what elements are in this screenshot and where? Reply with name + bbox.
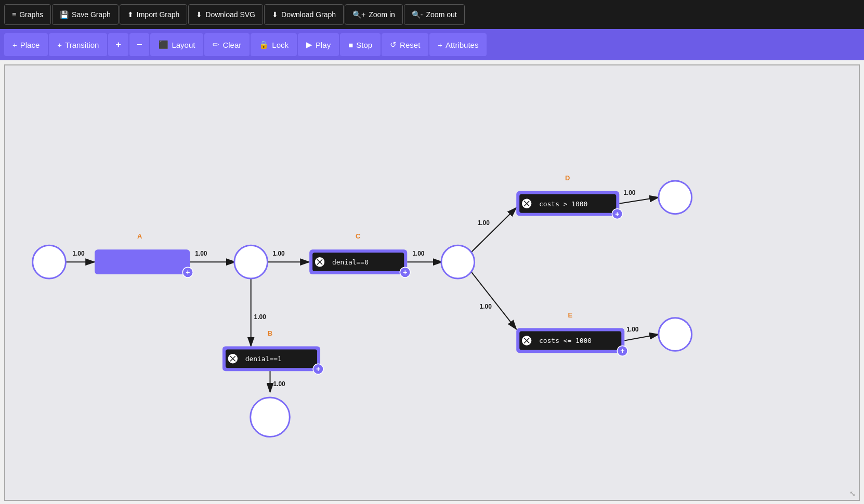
- zoom-out-icon: 🔍-: [412, 10, 423, 19]
- transition-C-label: denial==0: [332, 258, 369, 266]
- edge-label-p1-A: 1.00: [72, 250, 85, 257]
- download-graph-label: Download Graph: [281, 10, 336, 19]
- petri-net-svg: 1.00 1.00 1.00 1.00 1.00 1.00 1.00 1.00 …: [5, 65, 859, 500]
- import-graph-button[interactable]: ⬆ Import Graph: [120, 4, 187, 25]
- transition-D-name: D: [565, 174, 570, 182]
- resize-handle[interactable]: ⤡: [849, 489, 856, 498]
- download-svg-icon: ⬇: [196, 10, 202, 19]
- play-button[interactable]: ▶ Play: [298, 33, 339, 56]
- edge-p3-D: [471, 208, 517, 253]
- layout-label: Layout: [172, 41, 195, 49]
- edge-label-A-p2: 1.00: [195, 250, 207, 257]
- place-p4[interactable]: [659, 181, 692, 214]
- edge-label-B-p6: 1.00: [273, 380, 285, 388]
- save-graph-label: Save Graph: [72, 10, 111, 19]
- edge-label-p3-D: 1.00: [478, 219, 490, 227]
- graphs-icon: ≡: [12, 10, 16, 19]
- layout-button[interactable]: ⬛ Layout: [150, 33, 203, 56]
- reset-label: Reset: [400, 41, 420, 49]
- play-label: Play: [316, 41, 331, 49]
- place-p1[interactable]: [33, 245, 66, 278]
- svg-rect-1: [95, 249, 190, 274]
- transition-B-plus[interactable]: +: [316, 365, 320, 373]
- edge-label-p2-C: 1.00: [272, 250, 285, 257]
- edge-label-C-p3: 1.00: [412, 250, 425, 257]
- attributes-button[interactable]: + Attributes: [429, 33, 487, 56]
- stop-label: Stop: [356, 41, 372, 49]
- place-p6[interactable]: [251, 397, 290, 437]
- add-icon: +: [115, 39, 121, 50]
- edge-label-E-p5: 1.00: [626, 326, 639, 333]
- remove-button[interactable]: −: [129, 33, 150, 56]
- zoom-out-label: Zoom out: [426, 10, 457, 19]
- download-graph-icon: ⬇: [272, 10, 278, 19]
- transition-C-name: C: [356, 232, 360, 240]
- reset-button[interactable]: ↺ Reset: [382, 33, 428, 56]
- attributes-icon: +: [438, 41, 442, 49]
- add-button[interactable]: +: [108, 33, 128, 56]
- remove-icon: −: [137, 39, 142, 50]
- reset-icon: ↺: [390, 40, 397, 49]
- place-icon: +: [12, 41, 17, 49]
- clear-icon: ✏: [213, 40, 219, 49]
- transition-D-plus[interactable]: +: [615, 210, 619, 218]
- second-toolbar: + Place + Transition + − ⬛ Layout ✏ Clea…: [0, 29, 864, 60]
- stop-button[interactable]: ■ Stop: [340, 33, 381, 56]
- place-p5[interactable]: [659, 318, 692, 351]
- place-p3[interactable]: [441, 245, 475, 278]
- zoom-in-button[interactable]: 🔍+ Zoom in: [345, 4, 403, 25]
- transition-label: Transition: [65, 41, 99, 49]
- edge-E-p5: [624, 335, 659, 341]
- transition-icon: +: [57, 41, 62, 49]
- zoom-in-label: Zoom in: [369, 10, 395, 19]
- save-graph-button[interactable]: 💾 Save Graph: [52, 4, 119, 25]
- clear-button[interactable]: ✏ Clear: [204, 33, 250, 56]
- transition-A[interactable]: A +: [95, 232, 193, 277]
- attributes-label: Attributes: [446, 41, 478, 49]
- import-graph-label: Import Graph: [137, 10, 179, 19]
- transition-E[interactable]: costs <= 1000 E +: [516, 311, 627, 356]
- canvas-area[interactable]: 1.00 1.00 1.00 1.00 1.00 1.00 1.00 1.00 …: [4, 64, 860, 501]
- transition-D[interactable]: costs > 1000 D +: [516, 174, 622, 219]
- save-icon: 💾: [60, 10, 69, 19]
- place-button[interactable]: + Place: [4, 33, 48, 56]
- transition-A-plus[interactable]: +: [186, 268, 190, 276]
- zoom-in-icon: 🔍+: [352, 10, 365, 19]
- transition-C[interactable]: denial==0 C +: [309, 232, 410, 277]
- place-label: Place: [20, 41, 40, 49]
- transition-C-plus[interactable]: +: [403, 268, 407, 276]
- transition-B-name: B: [268, 329, 272, 337]
- transition-button[interactable]: + Transition: [49, 33, 107, 56]
- lock-label: Lock: [272, 41, 289, 49]
- graphs-label: Graphs: [19, 10, 43, 19]
- edge-D-p4: [619, 197, 659, 204]
- transition-E-label: costs <= 1000: [539, 337, 592, 344]
- edge-p3-E: [471, 271, 517, 329]
- transition-E-name: E: [568, 311, 572, 319]
- play-icon: ▶: [306, 40, 312, 49]
- download-graph-button[interactable]: ⬇ Download Graph: [264, 4, 344, 25]
- edge-label-p3-E: 1.00: [480, 303, 492, 310]
- transition-D-label: costs > 1000: [539, 200, 587, 208]
- zoom-out-button[interactable]: 🔍- Zoom out: [404, 4, 465, 25]
- top-toolbar: ≡ Graphs 💾 Save Graph ⬆ Import Graph ⬇ D…: [0, 0, 864, 29]
- transition-B-label: denial==1: [245, 355, 282, 363]
- layout-icon: ⬛: [159, 40, 168, 49]
- transition-E-plus[interactable]: +: [620, 347, 624, 355]
- clear-label: Clear: [222, 41, 241, 49]
- import-icon: ⬆: [127, 10, 134, 19]
- graphs-button[interactable]: ≡ Graphs: [4, 4, 51, 25]
- place-p2[interactable]: [234, 245, 268, 278]
- stop-icon: ■: [348, 41, 353, 49]
- transition-A-name: A: [137, 232, 142, 240]
- download-svg-label: Download SVG: [205, 10, 255, 19]
- edge-label-p2-B: 1.00: [254, 313, 267, 321]
- transition-B[interactable]: denial==1 B +: [222, 329, 323, 375]
- edge-label-D-p4: 1.00: [623, 189, 636, 196]
- lock-button[interactable]: 🔒 Lock: [251, 33, 297, 56]
- download-svg-button[interactable]: ⬇ Download SVG: [188, 4, 263, 25]
- lock-icon: 🔒: [259, 40, 269, 49]
